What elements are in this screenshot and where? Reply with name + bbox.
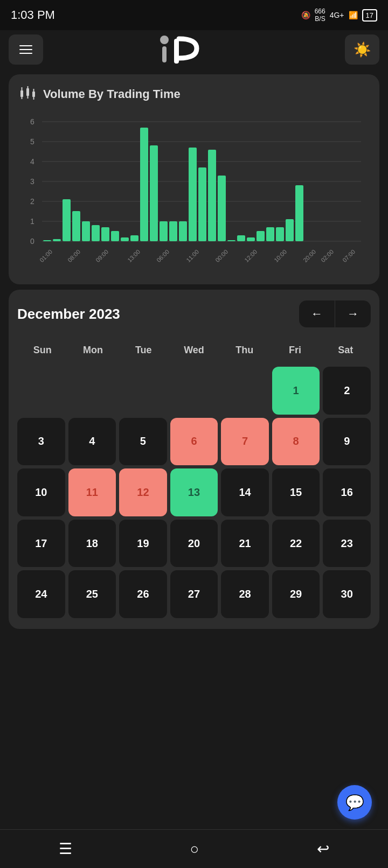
day-cell-23[interactable]: 23 [323,520,371,568]
day-cell-20[interactable]: 20 [170,520,218,568]
calendar-header: December 2023 ← → [17,300,371,327]
svg-text:2: 2 [30,197,34,206]
day-cell-16[interactable]: 16 [323,468,371,516]
next-month-button[interactable]: → [335,300,371,327]
bar-chart: 0 1 2 3 4 5 6 [19,112,369,274]
svg-rect-42 [198,167,206,241]
svg-text:3: 3 [30,177,34,186]
bottom-back-button[interactable]: ↩ [301,835,345,863]
svg-text:02:00: 02:00 [320,248,335,263]
day-cell-6[interactable]: 6 [170,418,218,466]
svg-text:08:00: 08:00 [66,248,81,263]
day-cell-9[interactable]: 9 [323,418,371,466]
svg-rect-41 [189,148,197,241]
day-cell-17[interactable]: 17 [17,520,65,568]
day-cell-14[interactable]: 14 [221,468,269,516]
chat-icon: 💬 [345,794,364,811]
dow-sun: Sun [17,340,68,360]
svg-text:20:00: 20:00 [302,248,317,263]
day-cell-13[interactable]: 13 [170,468,218,516]
day-cell-empty [68,367,116,415]
menu-button[interactable] [9,34,43,65]
svg-rect-27 [53,239,61,241]
day-cell-empty [17,367,65,415]
day-cell-1[interactable]: 1 [272,367,320,415]
svg-rect-46 [237,235,245,241]
svg-rect-47 [247,237,255,241]
day-cell-3[interactable]: 3 [17,418,65,466]
day-cell-25[interactable]: 25 [68,570,116,618]
network-type: 4G+ [330,11,344,19]
day-cell-28[interactable]: 28 [221,570,269,618]
day-cell-5[interactable]: 5 [119,418,167,466]
day-cell-11[interactable]: 11 [68,468,116,516]
mute-icon: 🔕 [301,11,310,19]
signal-icon: 📶 [349,11,358,19]
svg-rect-26 [43,240,51,241]
day-cell-empty [221,367,269,415]
svg-rect-50 [276,227,284,241]
svg-rect-1 [162,46,167,62]
svg-text:10:00: 10:00 [273,248,288,263]
bottom-nav: ☰ ○ ↩ [0,829,388,868]
battery-indicator: 17 [362,9,377,22]
bottom-home-icon: ○ [190,841,199,857]
svg-rect-39 [169,221,177,241]
top-nav: ☀️ [0,30,388,69]
dow-sat: Sat [320,340,371,360]
bottom-home-button[interactable]: ○ [174,835,216,863]
svg-rect-49 [266,227,274,241]
hamburger-icon [19,45,32,54]
svg-rect-9 [32,92,35,97]
calendar-card: December 2023 ← → Sun Mon Tue Wed Thu Fr… [9,290,379,629]
days-of-week-row: Sun Mon Tue Wed Thu Fri Sat [17,340,371,360]
svg-text:0: 0 [30,237,34,246]
day-cell-12[interactable]: 12 [119,468,167,516]
sun-icon: ☀️ [354,41,371,58]
logo-svg [159,33,229,66]
day-cell-22[interactable]: 22 [272,520,320,568]
day-cell-empty [119,367,167,415]
svg-rect-48 [257,231,265,241]
day-cell-24[interactable]: 24 [17,570,65,618]
svg-text:13:00: 13:00 [126,248,141,263]
day-cell-19[interactable]: 19 [119,520,167,568]
prev-month-button[interactable]: ← [299,300,335,327]
day-cell-27[interactable]: 27 [170,570,218,618]
day-cell-18[interactable]: 18 [68,520,116,568]
svg-rect-36 [140,128,148,241]
svg-text:12:00: 12:00 [243,248,258,263]
bottom-back-icon: ↩ [317,841,329,857]
svg-text:1: 1 [30,217,34,226]
svg-rect-3 [20,90,23,97]
dow-mon: Mon [68,340,119,360]
status-time: 1:03 PM [11,8,55,22]
candlestick-icon [19,85,37,103]
day-cell-2[interactable]: 2 [323,367,371,415]
bottom-menu-icon: ☰ [59,841,72,857]
chart-svg: 0 1 2 3 4 5 6 [19,112,369,274]
day-cell-7[interactable]: 7 [221,418,269,466]
chart-title: Volume By Trading Time [19,85,369,103]
day-cell-29[interactable]: 29 [272,570,320,618]
dow-wed: Wed [169,340,219,360]
svg-rect-44 [218,176,226,241]
calendar-title: December 2023 [17,306,120,323]
theme-toggle-button[interactable]: ☀️ [345,34,379,65]
svg-rect-29 [72,211,80,241]
calendar-nav-arrows: ← → [299,300,371,327]
svg-rect-35 [130,235,138,241]
day-cell-26[interactable]: 26 [119,570,167,618]
bottom-menu-button[interactable]: ☰ [43,835,88,863]
day-cell-8[interactable]: 8 [272,418,320,466]
day-cell-4[interactable]: 4 [68,418,116,466]
app-logo [159,33,229,66]
day-cell-10[interactable]: 10 [17,468,65,516]
day-cell-15[interactable]: 15 [272,468,320,516]
day-cell-empty [170,367,218,415]
day-cell-21[interactable]: 21 [221,520,269,568]
svg-text:06:00: 06:00 [155,248,170,263]
day-cell-30[interactable]: 30 [323,570,371,618]
svg-rect-38 [160,221,168,241]
chat-fab-button[interactable]: 💬 [337,785,372,820]
